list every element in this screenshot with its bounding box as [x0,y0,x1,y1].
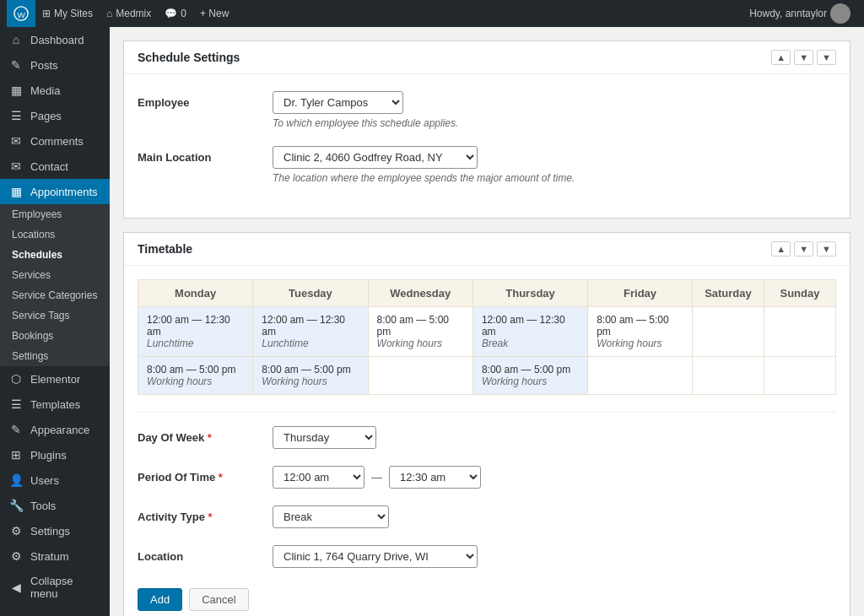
sidebar-item-appointments[interactable]: ▦ Appointments [0,179,110,204]
required-mark2: * [215,471,223,484]
sidebar-item-users[interactable]: 👤 Users [0,467,110,493]
timetable-controls: ▲ ▼ ▼ [771,241,836,257]
sidebar-item-employees[interactable]: Employees [0,204,110,224]
employee-select[interactable]: Dr. Tyler Campos [273,91,403,114]
monday-entry2: 8:00 am — 5:00 pm Working hours [147,364,244,387]
appointments-icon: ▦ [8,185,24,198]
main-location-row: Main Location Clinic 2, 4060 Godfrey Roa… [138,146,836,184]
add-button[interactable]: Add [138,588,182,611]
comments-count[interactable]: 💬 0 [158,0,193,27]
timetable-title: Timetable [138,242,192,256]
media-icon: ▦ [8,84,24,97]
sidebar-item-elementor[interactable]: ⬡ Elementor [0,366,110,392]
timetable-panel: Timetable ▲ ▼ ▼ Monday Tuesday Wednesday… [123,232,850,616]
friday-row1: 8:00 am — 5:00 pm Working hours [588,307,693,357]
location-label: Location [138,545,273,563]
sidebar-item-posts[interactable]: ✎ Posts [0,52,110,78]
sidebar-item-service-categories[interactable]: Service Categories [0,285,110,305]
timetable-header: Timetable ▲ ▼ ▼ [124,233,850,266]
sidebar-item-templates[interactable]: ☰ Templates [0,392,110,417]
activity-type-select[interactable]: Break Working hours Lunchtime [273,505,389,528]
sidebar-item-stratum[interactable]: ⚙ Stratum [0,543,110,569]
sidebar-item-bookings[interactable]: Bookings [0,326,110,346]
period-start-select[interactable]: 12:00 am 12:30 am 1:00 am 6:00 am 8:00 a… [273,466,364,489]
col-monday: Monday [138,280,253,307]
panel-down-btn[interactable]: ▼ [794,50,813,65]
appearance-icon: ✎ [8,423,24,436]
saturday-row1 [692,307,764,357]
pages-icon: ☰ [8,109,24,122]
sidebar-item-schedules[interactable]: Schedules [0,245,110,265]
thursday-entry2: 8:00 am — 5:00 pm Working hours [482,364,579,387]
posts-icon: ✎ [8,58,24,72]
site-name[interactable]: ⌂ Medmix [100,0,158,27]
col-thursday: Thursday [472,280,587,307]
location-field: Clinic 1, 764 Quarry Drive, WI Clinic 2,… [273,545,836,568]
main-location-label: Main Location [138,146,273,164]
activity-type-field: Break Working hours Lunchtime [273,505,836,528]
sidebar-item-locations[interactable]: Locations [0,224,110,245]
sidebar-item-comments[interactable]: ✉ Comments [0,128,110,154]
comments-icon: ✉ [8,134,24,148]
col-tuesday: Tuesday [253,280,368,307]
employee-field: Dr. Tyler Campos To which employee this … [273,91,836,129]
schedule-settings-header: Schedule Settings ▲ ▼ ▼ [124,41,850,74]
sidebar-item-appearance[interactable]: ✎ Appearance [0,417,110,442]
my-sites-menu[interactable]: ⊞ My Sites [35,0,100,27]
required-mark: * [204,431,212,444]
main-location-select[interactable]: Clinic 2, 4060 Godfrey Road, NY [273,146,478,169]
col-friday: Friday [588,280,693,307]
main-location-hint: The location where the employee spends t… [273,172,836,184]
sidebar-item-plugins[interactable]: ⊞ Plugins [0,442,110,467]
sidebar-item-pages[interactable]: ☰ Pages [0,103,110,128]
main-content: Schedule Settings ▲ ▼ ▼ Employee Dr. Tyl… [110,27,864,616]
panel-up-btn[interactable]: ▲ [771,50,791,65]
required-mark3: * [205,511,213,523]
tuesday-row1: 12:00 am — 12:30 am Lunchtime [253,307,368,357]
day-of-week-field: Monday Tuesday Wednesday Thursday Friday… [273,426,836,449]
tuesday-row2: 8:00 am — 5:00 pm Working hours [253,357,368,395]
location-select[interactable]: Clinic 1, 764 Quarry Drive, WI Clinic 2,… [273,545,478,568]
user-greeting[interactable]: Howdy, anntaylor [742,0,857,27]
timetable-close-btn[interactable]: ▼ [817,241,836,257]
timetable-form: Day Of Week * Monday Tuesday Wednesday T… [138,412,836,611]
saturday-row2 [692,357,764,395]
day-of-week-select[interactable]: Monday Tuesday Wednesday Thursday Friday… [273,426,376,449]
sidebar-item-media[interactable]: ▦ Media [0,78,110,103]
sidebar-item-settings-main[interactable]: ⚙ Settings [0,518,110,543]
elementor-icon: ⬡ [8,372,24,386]
sidebar-item-dashboard[interactable]: ⌂ Dashboard [0,27,110,52]
sunday-row2 [764,357,835,395]
schedule-settings-title: Schedule Settings [138,51,240,64]
period-end-select[interactable]: 12:00 am 12:30 am 1:00 am 6:00 am 8:00 a… [389,466,481,489]
friday-row2 [588,357,693,395]
user-avatar [830,3,850,24]
sidebar-item-services[interactable]: Services [0,265,110,285]
sidebar-item-service-tags[interactable]: Service Tags [0,305,110,326]
svg-text:W: W [18,10,26,19]
employee-row: Employee Dr. Tyler Campos To which emplo… [138,91,836,129]
friday-entry1: 8:00 am — 5:00 pm Working hours [597,314,683,349]
table-row: 12:00 am — 12:30 am Lunchtime 12:00 am —… [138,307,836,357]
wp-logo[interactable]: W [7,0,35,27]
sidebar-collapse[interactable]: ◀ Collapse menu [0,569,110,606]
appointments-submenu: Employees Locations Schedules Services S… [0,204,110,366]
sidebar-item-settings[interactable]: Settings [0,346,110,366]
schedule-settings-panel: Schedule Settings ▲ ▼ ▼ Employee Dr. Tyl… [123,41,850,219]
thursday-entry1: 12:00 am — 12:30 am Break [482,314,579,349]
col-sunday: Sunday [764,280,835,307]
timetable-down-btn[interactable]: ▼ [794,241,813,257]
period-of-time-field: 12:00 am 12:30 am 1:00 am 6:00 am 8:00 a… [273,466,836,489]
new-content[interactable]: + New [193,0,235,27]
timetable-up-btn[interactable]: ▲ [771,241,791,257]
collapse-icon: ◀ [8,581,24,594]
sidebar-item-tools[interactable]: 🔧 Tools [0,493,110,518]
location-row: Location Clinic 1, 764 Quarry Drive, WI … [138,545,836,568]
day-of-week-label: Day Of Week * [138,426,273,444]
users-icon: 👤 [8,473,24,487]
wednesday-entry1: 8:00 am — 5:00 pm Working hours [377,314,464,349]
sidebar-item-contact[interactable]: ✉ Contact [0,154,110,179]
panel-close-btn[interactable]: ▼ [817,50,836,65]
cancel-button[interactable]: Cancel [189,588,248,611]
comment-icon: 💬 [165,8,177,19]
